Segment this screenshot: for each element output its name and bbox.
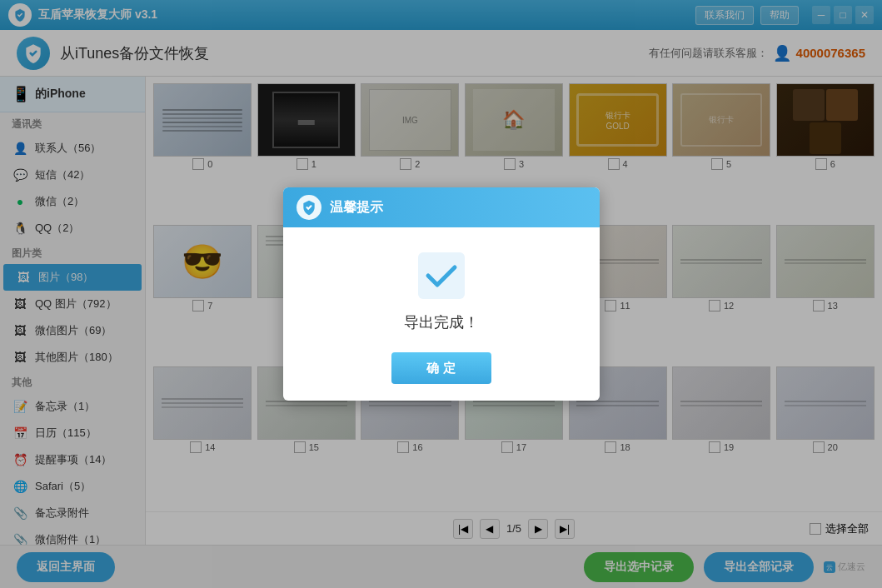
modal-overlay: 温馨提示 导出完成！ 确 定 xyxy=(0,0,882,588)
modal-header: 温馨提示 xyxy=(283,187,600,227)
modal-ok-button[interactable]: 确 定 xyxy=(391,352,491,384)
modal-header-icon xyxy=(296,195,321,220)
success-icon xyxy=(418,252,465,299)
svg-rect-2 xyxy=(418,252,465,299)
modal-dialog: 温馨提示 导出完成！ 确 定 xyxy=(283,187,600,401)
modal-body: 导出完成！ 确 定 xyxy=(283,227,600,401)
modal-message: 导出完成！ xyxy=(300,312,583,332)
modal-title: 温馨提示 xyxy=(330,199,383,217)
